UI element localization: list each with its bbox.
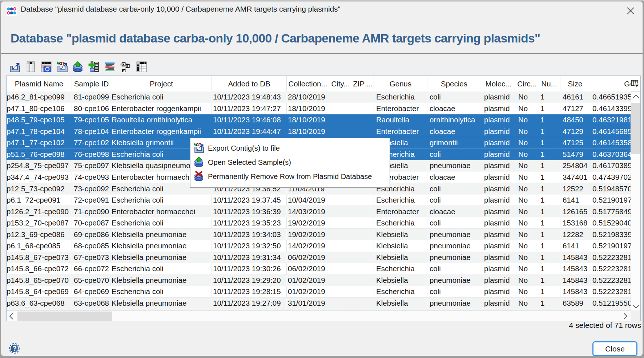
svg-text:?: ? — [13, 345, 17, 352]
